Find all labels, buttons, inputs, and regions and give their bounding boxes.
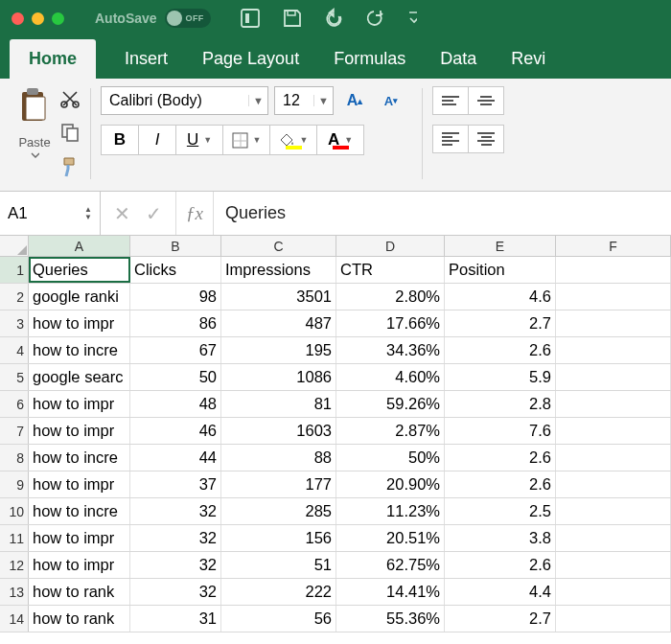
cell[interactable]: 7.6 [445,418,556,444]
copy-icon[interactable] [59,122,81,147]
col-header-E[interactable]: E [445,236,556,256]
cell[interactable]: 177 [221,472,336,497]
borders-button[interactable]: ▼ [222,125,270,155]
cell[interactable]: how to impr [29,391,130,417]
cell[interactable]: 88 [221,445,336,471]
cell[interactable]: 56 [221,606,336,632]
decrease-font-size-button[interactable]: A▾ [376,86,406,115]
bold-button[interactable]: B [101,125,139,155]
cell[interactable] [556,257,671,283]
cell[interactable]: google ranki [29,284,130,310]
cell[interactable] [556,391,671,417]
cell[interactable]: 1603 [221,418,336,444]
tab-formulas[interactable]: Formulas [328,40,411,79]
row-header[interactable]: 11 [0,525,29,551]
cell[interactable] [556,525,671,551]
paste-dropdown[interactable] [31,152,39,158]
row-header[interactable]: 12 [0,552,29,578]
cell[interactable]: 48 [130,391,221,417]
save-icon[interactable] [282,8,303,29]
col-header-D[interactable]: D [336,236,445,256]
cell[interactable]: 5.9 [445,364,556,390]
cell[interactable]: 32 [130,579,221,605]
fx-icon[interactable]: ƒx [175,192,214,235]
cell[interactable]: CTR [336,257,445,283]
cell[interactable]: how to impr [29,525,130,551]
col-header-B[interactable]: B [130,236,221,256]
row-header[interactable]: 14 [0,606,29,632]
cell[interactable]: 44 [130,445,221,471]
cell[interactable]: 195 [221,337,336,363]
font-color-button[interactable]: A▼ [316,125,364,155]
cell[interactable]: 2.6 [445,472,556,497]
cell[interactable]: 59.26% [336,391,445,417]
cell[interactable]: 51 [221,552,336,578]
formula-input[interactable]: Queries [214,203,671,223]
row-header[interactable]: 4 [0,337,29,363]
quick-access-dropdown[interactable] [408,11,417,26]
cell[interactable]: 50% [336,445,445,471]
cell[interactable] [556,472,671,497]
cell[interactable] [556,445,671,471]
align-middle-button[interactable] [468,86,504,115]
home-icon[interactable] [240,8,261,29]
tab-data[interactable]: Data [434,40,482,79]
cell[interactable] [556,579,671,605]
cell[interactable]: how to impr [29,310,130,336]
align-center-button[interactable] [468,125,504,153]
row-header[interactable]: 5 [0,364,29,390]
cell[interactable]: 4.4 [445,579,556,605]
cell[interactable]: Position [445,257,556,283]
col-header-F[interactable]: F [556,236,671,256]
cell[interactable] [556,552,671,578]
cell[interactable]: how to rank [29,579,130,605]
italic-button[interactable]: I [138,125,176,155]
cell[interactable] [556,284,671,310]
cell[interactable]: 222 [221,579,336,605]
cancel-formula-icon[interactable]: ✕ [114,202,130,225]
font-name-combo[interactable]: Calibri (Body) ▼ [101,86,268,115]
cell[interactable]: 2.80% [336,284,445,310]
row-header[interactable]: 9 [0,472,29,497]
cell[interactable]: 14.41% [336,579,445,605]
cell[interactable]: 3.8 [445,525,556,551]
cell[interactable]: how to impr [29,472,130,497]
cell[interactable]: how to impr [29,552,130,578]
cell[interactable] [556,337,671,363]
cell[interactable]: 2.87% [336,418,445,444]
cell[interactable]: 2.7 [445,606,556,632]
cell[interactable]: 62.75% [336,552,445,578]
row-header[interactable]: 8 [0,445,29,471]
cell[interactable]: 11.23% [336,498,445,524]
col-header-A[interactable]: A [29,236,130,256]
cell[interactable]: 2.7 [445,310,556,336]
font-size-combo[interactable]: 12 ▼ [274,86,334,115]
autosave-switch[interactable]: OFF [165,9,211,28]
col-header-C[interactable]: C [221,236,336,256]
align-left-button[interactable] [432,125,469,153]
cell[interactable]: 50 [130,364,221,390]
cell[interactable]: 98 [130,284,221,310]
cell[interactable]: 37 [130,472,221,497]
cell[interactable]: 55.36% [336,606,445,632]
cell[interactable]: 81 [221,391,336,417]
cell[interactable]: 285 [221,498,336,524]
chevron-down-icon[interactable]: ▼ [248,95,267,106]
tab-insert[interactable]: Insert [119,40,174,79]
row-header[interactable]: 6 [0,391,29,417]
row-header[interactable]: 13 [0,579,29,605]
cell[interactable]: 32 [130,498,221,524]
cell[interactable]: 2.6 [445,337,556,363]
cell[interactable] [556,310,671,336]
increase-font-size-button[interactable]: A▴ [339,86,370,115]
name-box[interactable]: A1 ▲▼ [0,192,101,235]
chevron-down-icon[interactable]: ▼ [313,95,333,106]
autosave-toggle[interactable]: AutoSave OFF [95,9,211,28]
cell[interactable]: 20.51% [336,525,445,551]
row-header[interactable]: 1 [0,257,29,283]
cell[interactable]: 31 [130,606,221,632]
cell[interactable]: 487 [221,310,336,336]
cell[interactable]: 32 [130,552,221,578]
paste-icon[interactable] [17,86,52,130]
cell[interactable] [556,498,671,524]
